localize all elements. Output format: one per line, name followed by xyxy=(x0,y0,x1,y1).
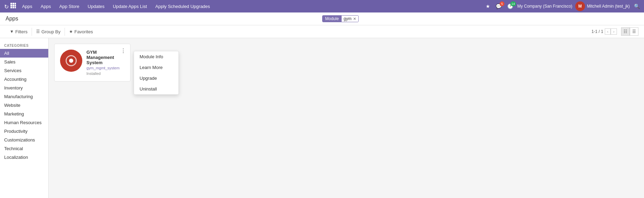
filter-tag-label: Module xyxy=(323,16,342,22)
pagination-nav: ‹ › xyxy=(605,28,617,35)
dropdown-item-upgrade[interactable]: Upgrade xyxy=(134,73,178,84)
app-card-gym: GYM Management System gym_mgmt_system In… xyxy=(54,44,131,81)
view-kanban-button[interactable]: ☷ xyxy=(621,27,630,36)
user-name: Mitchell Admin (test_jk) xyxy=(587,4,630,9)
pagination: 1-1 / 1 ‹ › ☷ ☰ xyxy=(592,27,638,36)
sidebar-item-services[interactable]: Services xyxy=(0,66,48,75)
topbar-nav: Apps App Store Updates Update Apps List … xyxy=(36,0,214,12)
app-card-wrapper: GYM Management System gym_mgmt_system In… xyxy=(54,44,131,81)
filter-tags: Module gym ✕ xyxy=(322,15,639,22)
sidebar: CATEGORIES All Sales Services Accounting… xyxy=(0,38,49,198)
svg-rect-6 xyxy=(10,7,12,8)
star-fav-icon: ★ xyxy=(69,29,73,34)
sidebar-item-website[interactable]: Website xyxy=(0,101,48,110)
dropdown-item-learn-more[interactable]: Learn More xyxy=(134,62,178,73)
nav-item-updates[interactable]: Updates xyxy=(84,0,109,12)
app-dropdown-menu: Module Info Learn More Upgrade Uninstall xyxy=(134,51,179,95)
star-icon[interactable]: ★ xyxy=(484,2,492,10)
sidebar-item-accounting[interactable]: Accounting xyxy=(0,75,48,84)
sidebar-section-label: CATEGORIES xyxy=(0,41,48,49)
clock-icon[interactable]: 🕐 14 xyxy=(506,2,515,10)
nav-item-apply-scheduled-upgrades[interactable]: Apply Scheduled Upgrades xyxy=(151,0,214,12)
sidebar-item-productivity[interactable]: Productivity xyxy=(0,127,48,136)
topbar-right: ★ 💬 5 🕐 14 My Company (San Francisco) M … xyxy=(484,1,641,11)
company-name[interactable]: My Company (San Francisco) xyxy=(517,4,572,9)
filter-actions: ▼ Filters ☰ Group By ★ Favorites xyxy=(6,28,97,36)
topbar-home-apps[interactable]: Apps xyxy=(19,4,35,9)
page-header: Apps Module gym ✕ xyxy=(0,12,644,25)
svg-rect-1 xyxy=(12,3,14,5)
pagination-text: 1-1 / 1 xyxy=(592,29,603,34)
view-list-button[interactable]: ☰ xyxy=(630,27,638,36)
nav-item-app-store[interactable]: App Store xyxy=(55,0,84,12)
sidebar-item-inventory[interactable]: Inventory xyxy=(0,84,48,92)
svg-rect-7 xyxy=(12,7,14,8)
page-title: Apps xyxy=(6,16,18,22)
sidebar-item-sales[interactable]: Sales xyxy=(0,58,48,66)
pagination-prev[interactable]: ‹ xyxy=(605,28,611,35)
view-toggle: ☷ ☰ xyxy=(621,27,638,36)
svg-rect-3 xyxy=(10,5,12,7)
sidebar-item-technical[interactable]: Technical xyxy=(0,144,48,153)
filter-tag-module: Module gym ✕ xyxy=(322,15,359,22)
filter-tag-close[interactable]: ✕ xyxy=(353,17,356,21)
chat-badge: 5 xyxy=(500,1,504,6)
nav-item-update-apps-list[interactable]: Update Apps List xyxy=(109,0,151,12)
app-icon-inner xyxy=(66,55,77,66)
sidebar-item-all[interactable]: All xyxy=(0,49,48,58)
app-menu-button[interactable]: ⋮ xyxy=(119,47,127,55)
grid-icon[interactable]: ↻ xyxy=(3,1,18,11)
topbar-left: ↻ Apps Apps App Store Updates Update App… xyxy=(3,0,484,12)
sidebar-item-hr[interactable]: Human Resources xyxy=(0,118,48,127)
svg-rect-5 xyxy=(15,5,16,7)
user-avatar: M xyxy=(575,1,585,11)
svg-rect-4 xyxy=(12,5,14,7)
update-badge: 14 xyxy=(510,1,516,6)
filter-bar: ▼ Filters ☰ Group By ★ Favorites 1-1 / 1… xyxy=(0,25,644,38)
topbar: ↻ Apps Apps App Store Updates Update App… xyxy=(0,0,644,12)
sidebar-item-customizations[interactable]: Customizations xyxy=(0,136,48,144)
svg-rect-8 xyxy=(15,7,16,8)
chat-icon[interactable]: 💬 5 xyxy=(494,2,503,10)
pagination-next[interactable]: › xyxy=(611,28,617,35)
sidebar-item-manufacturing[interactable]: Manufacturing xyxy=(0,92,48,101)
filter-tag-value: gym ✕ xyxy=(342,16,358,22)
app-module: gym_mgmt_system xyxy=(86,66,125,70)
groupby-icon: ☰ xyxy=(36,29,40,34)
svg-rect-0 xyxy=(10,3,12,5)
filters-button[interactable]: ▼ Filters xyxy=(6,28,32,36)
main-layout: CATEGORIES All Sales Services Accounting… xyxy=(0,38,644,198)
content-area: GYM Management System gym_mgmt_system In… xyxy=(49,38,644,198)
svg-rect-2 xyxy=(15,3,16,5)
groupby-button[interactable]: ☰ Group By xyxy=(32,28,65,36)
app-status: Installed xyxy=(86,71,125,76)
dropdown-item-module-info[interactable]: Module Info xyxy=(134,51,178,62)
sidebar-item-marketing[interactable]: Marketing xyxy=(0,110,48,118)
favorites-button[interactable]: ★ Favorites xyxy=(65,28,97,36)
sidebar-item-localization[interactable]: Localization xyxy=(0,153,48,162)
nav-item-apps[interactable]: Apps xyxy=(36,0,55,12)
filter-icon: ▼ xyxy=(10,29,14,34)
search-icon[interactable]: 🔍 xyxy=(633,2,641,10)
app-icon xyxy=(60,50,82,72)
user-menu[interactable]: M Mitchell Admin (test_jk) xyxy=(575,1,630,11)
dropdown-item-uninstall[interactable]: Uninstall xyxy=(134,84,178,94)
